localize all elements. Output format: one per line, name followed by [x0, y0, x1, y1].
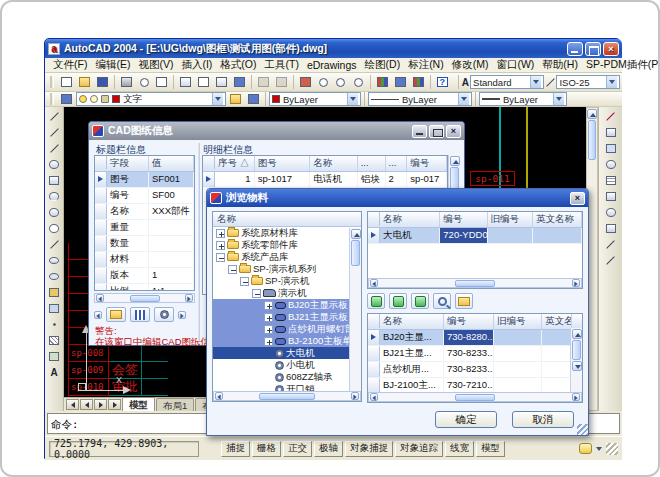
arc-button[interactable]: [46, 189, 62, 204]
collapse-icon[interactable]: [240, 277, 249, 286]
grid-row[interactable]: 比例 1:1: [95, 284, 194, 291]
maximize-button[interactable]: [585, 42, 601, 56]
menu-window[interactable]: 窗口(W): [492, 58, 538, 72]
move-down-button[interactable]: [389, 293, 407, 309]
grid-row[interactable]: 大电机 720-YDD0...: [368, 228, 582, 244]
titleblock-grid[interactable]: 字段 值 图号 SF001 编号 SF00 名称 XXX部件 重量: [94, 155, 195, 291]
dim-style-combo[interactable]: ISO-25: [556, 75, 620, 89]
properties-button[interactable]: [374, 74, 391, 90]
match-properties-button[interactable]: [231, 74, 248, 90]
insert-block-button[interactable]: [46, 285, 62, 300]
browse-dialog-titlebar[interactable]: 浏览物料 ×: [207, 189, 588, 207]
menu-sp-pdm[interactable]: SP-PDM插件(P): [582, 58, 660, 72]
list-vscrollbar[interactable]: [570, 328, 582, 394]
pan-button[interactable]: [297, 74, 314, 90]
tab-last-button[interactable]: [108, 399, 121, 410]
scale-button[interactable]: [603, 221, 619, 236]
otrack-toggle[interactable]: 对象追踪: [395, 441, 443, 457]
layer-combo[interactable]: 文字: [76, 92, 226, 106]
expand-icon[interactable]: [216, 241, 225, 250]
expand-icon[interactable]: [264, 325, 273, 334]
plot-preview-button[interactable]: [136, 74, 153, 90]
undo-button[interactable]: [255, 74, 272, 90]
grid-toggle[interactable]: 栅格: [252, 441, 281, 457]
titleblock-hscrollbar[interactable]: [94, 293, 195, 303]
ortho-toggle[interactable]: 正交: [283, 441, 312, 457]
tree-item[interactable]: 大电机: [213, 347, 361, 359]
grid-row[interactable]: 数量: [95, 236, 194, 252]
tree-item[interactable]: 系统零部件库: [213, 239, 361, 251]
panel-splitter[interactable]: [197, 143, 200, 341]
text-style-combo[interactable]: Standard: [470, 75, 544, 89]
hatch-button[interactable]: [46, 333, 62, 348]
open-folder-button[interactable]: [455, 293, 473, 309]
polygon-button[interactable]: [46, 157, 62, 172]
tree-item[interactable]: SP-演示机系列: [213, 263, 361, 275]
ellipse-button[interactable]: [46, 253, 62, 268]
collapse-icon[interactable]: [228, 265, 237, 274]
tab-next-button[interactable]: [94, 399, 107, 410]
save-button[interactable]: [94, 74, 111, 90]
tab-prev-button[interactable]: [80, 399, 93, 410]
minimize-button[interactable]: [567, 42, 583, 56]
resize-grip[interactable]: [606, 443, 618, 455]
lineweight-combo[interactable]: ByLayer: [479, 92, 567, 106]
grid-row[interactable]: 编号 SF00: [95, 188, 194, 204]
region-button[interactable]: [46, 349, 62, 364]
grid-row[interactable]: 版本 1: [95, 268, 194, 284]
dialog-resize-grip[interactable]: [577, 424, 588, 435]
scroll-up-icon[interactable]: [587, 109, 597, 119]
linetype-combo[interactable]: ByLayer: [368, 92, 472, 106]
paste-button[interactable]: [213, 74, 230, 90]
columns-button[interactable]: [130, 307, 150, 322]
tab-model[interactable]: 模型: [122, 397, 155, 411]
grid-row[interactable]: 1 sp-1017 电话机 铝块 2 sp-017: [203, 172, 447, 188]
browse-close-button[interactable]: ×: [570, 192, 585, 205]
expand-icon[interactable]: [264, 301, 273, 310]
tree-item[interactable]: 系统产品库: [213, 251, 361, 263]
expand-icon[interactable]: [264, 337, 273, 346]
zoom-previous-button[interactable]: [350, 74, 367, 90]
grid-row[interactable]: 名称 XXX部件: [95, 204, 194, 220]
redo-button[interactable]: [273, 74, 290, 90]
make-block-button[interactable]: [46, 301, 62, 316]
osnap-toggle[interactable]: 对象捕捉: [345, 441, 393, 457]
dialog-close-button[interactable]: ×: [446, 125, 461, 138]
move-up-button[interactable]: [411, 293, 429, 309]
tree-item[interactable]: BJ20主显示板: [213, 299, 361, 311]
design-center-button[interactable]: [392, 74, 409, 90]
tab-layout1[interactable]: 布局1: [156, 398, 194, 411]
move-button[interactable]: [603, 189, 619, 204]
toolbar-grip[interactable]: [50, 76, 54, 88]
grid-row[interactable]: BJ21主显... 730-8233...: [368, 346, 582, 362]
grid-row[interactable]: 图号 SF001: [95, 172, 194, 188]
import-button[interactable]: [106, 307, 126, 322]
dialog-maximize-button[interactable]: [429, 125, 444, 138]
tree-item[interactable]: 小电机: [213, 359, 361, 371]
tool-palettes-button[interactable]: [410, 74, 427, 90]
text-button[interactable]: A: [46, 365, 62, 380]
tree-item[interactable]: 点纱机用螺钉部件: [213, 323, 361, 335]
menu-help[interactable]: 帮助(H): [538, 58, 582, 72]
tree-vscrollbar[interactable]: [349, 228, 361, 392]
status-menu-arrow-icon[interactable]: [596, 447, 602, 451]
spline-button[interactable]: [46, 237, 62, 252]
zoom-window-button[interactable]: [332, 74, 349, 90]
collapse-icon[interactable]: [252, 289, 261, 298]
open-button[interactable]: [76, 74, 93, 90]
expand-icon[interactable]: [216, 229, 225, 238]
copy-object-button[interactable]: [603, 125, 619, 140]
lineweight-toggle[interactable]: 线宽: [445, 441, 474, 457]
offset-button[interactable]: [603, 157, 619, 172]
ellipse-arc-button[interactable]: [46, 269, 62, 284]
rotate-button[interactable]: [603, 205, 619, 220]
point-button[interactable]: [46, 317, 62, 332]
grid-row[interactable]: 材料: [95, 252, 194, 268]
expand-icon[interactable]: [264, 313, 273, 322]
model-toggle[interactable]: 模型: [476, 441, 505, 457]
tree-item[interactable]: 演示机: [213, 287, 361, 299]
plot-button[interactable]: [118, 74, 135, 90]
tree-item[interactable]: SP-演示机: [213, 275, 361, 287]
tree-header[interactable]: 名称: [213, 212, 361, 227]
material-list-grid[interactable]: 名称 编号 旧编号 英文名称 BJ20主显... 730-8280... BJ2…: [367, 313, 583, 403]
